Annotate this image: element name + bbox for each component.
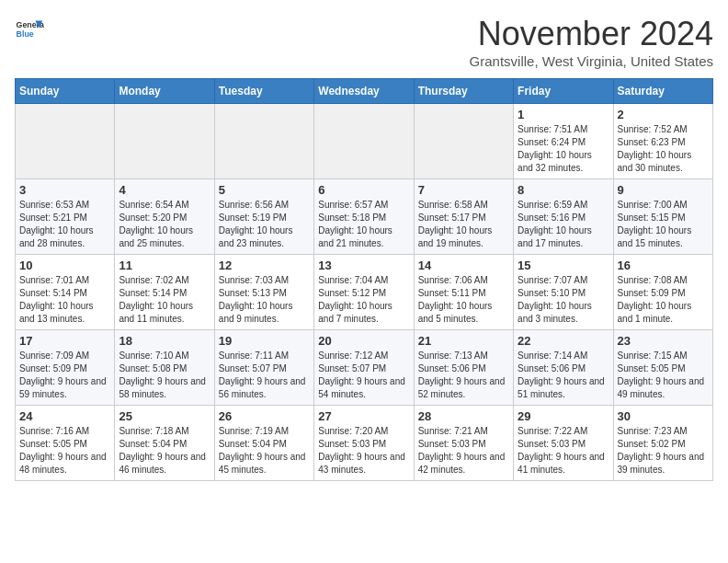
calendar-cell: 16Sunrise: 7:08 AM Sunset: 5:09 PM Dayli…	[613, 255, 712, 330]
calendar-cell	[314, 104, 414, 179]
day-number: 7	[418, 183, 509, 197]
day-number: 23	[618, 334, 709, 348]
day-number: 15	[518, 259, 609, 272]
calendar-cell: 20Sunrise: 7:12 AM Sunset: 5:07 PM Dayli…	[314, 330, 414, 406]
day-number: 8	[518, 183, 609, 197]
weekday-header: Sunday	[16, 79, 115, 104]
day-info: Sunrise: 7:10 AM Sunset: 5:08 PM Dayligh…	[119, 350, 210, 401]
calendar-cell: 15Sunrise: 7:07 AM Sunset: 5:10 PM Dayli…	[514, 255, 613, 330]
day-number: 4	[119, 183, 210, 197]
day-info: Sunrise: 7:19 AM Sunset: 5:04 PM Dayligh…	[219, 425, 310, 477]
calendar-cell: 17Sunrise: 7:09 AM Sunset: 5:09 PM Dayli…	[16, 330, 115, 406]
day-number: 3	[19, 183, 110, 197]
day-info: Sunrise: 7:15 AM Sunset: 5:05 PM Dayligh…	[618, 350, 709, 401]
logo-icon: General Blue	[15, 15, 44, 44]
weekday-header: Wednesday	[314, 79, 414, 104]
calendar-cell: 1Sunrise: 7:51 AM Sunset: 6:24 PM Daylig…	[514, 104, 613, 179]
svg-text:Blue: Blue	[17, 29, 34, 39]
calendar-cell: 11Sunrise: 7:02 AM Sunset: 5:14 PM Dayli…	[115, 255, 214, 330]
calendar-cell: 25Sunrise: 7:18 AM Sunset: 5:04 PM Dayli…	[115, 406, 214, 481]
calendar-cell	[214, 104, 313, 179]
day-info: Sunrise: 7:21 AM Sunset: 5:03 PM Dayligh…	[418, 425, 509, 477]
calendar-cell: 10Sunrise: 7:01 AM Sunset: 5:14 PM Dayli…	[16, 255, 115, 330]
calendar-cell: 21Sunrise: 7:13 AM Sunset: 5:06 PM Dayli…	[414, 330, 513, 406]
calendar-week-row: 24Sunrise: 7:16 AM Sunset: 5:05 PM Dayli…	[16, 406, 713, 481]
calendar-cell: 8Sunrise: 6:59 AM Sunset: 5:16 PM Daylig…	[514, 179, 613, 255]
day-info: Sunrise: 7:22 AM Sunset: 5:03 PM Dayligh…	[518, 425, 609, 477]
day-number: 11	[119, 259, 210, 272]
weekday-header: Thursday	[414, 79, 513, 104]
day-info: Sunrise: 7:18 AM Sunset: 5:04 PM Dayligh…	[119, 425, 210, 477]
day-info: Sunrise: 7:51 AM Sunset: 6:24 PM Dayligh…	[518, 123, 609, 175]
calendar-cell: 27Sunrise: 7:20 AM Sunset: 5:03 PM Dayli…	[314, 406, 414, 481]
calendar-week-row: 3Sunrise: 6:53 AM Sunset: 5:21 PM Daylig…	[16, 179, 713, 255]
day-number: 26	[219, 409, 310, 423]
calendar-week-row: 17Sunrise: 7:09 AM Sunset: 5:09 PM Dayli…	[16, 330, 713, 406]
day-number: 5	[219, 183, 310, 197]
day-info: Sunrise: 7:03 AM Sunset: 5:13 PM Dayligh…	[219, 274, 310, 326]
day-number: 27	[318, 409, 409, 423]
calendar-cell: 30Sunrise: 7:23 AM Sunset: 5:02 PM Dayli…	[613, 406, 712, 481]
calendar-cell: 7Sunrise: 6:58 AM Sunset: 5:17 PM Daylig…	[414, 179, 513, 255]
calendar-cell: 19Sunrise: 7:11 AM Sunset: 5:07 PM Dayli…	[214, 330, 313, 406]
logo: General Blue	[15, 15, 44, 44]
day-number: 24	[19, 409, 110, 423]
day-number: 20	[318, 334, 409, 348]
day-number: 29	[518, 409, 609, 423]
calendar-cell: 29Sunrise: 7:22 AM Sunset: 5:03 PM Dayli…	[514, 406, 613, 481]
calendar-cell: 5Sunrise: 6:56 AM Sunset: 5:19 PM Daylig…	[214, 179, 313, 255]
day-info: Sunrise: 7:09 AM Sunset: 5:09 PM Dayligh…	[19, 350, 110, 401]
calendar-week-row: 10Sunrise: 7:01 AM Sunset: 5:14 PM Dayli…	[16, 255, 713, 330]
weekday-header: Saturday	[613, 79, 712, 104]
calendar-cell: 22Sunrise: 7:14 AM Sunset: 5:06 PM Dayli…	[514, 330, 613, 406]
day-number: 10	[19, 259, 110, 272]
calendar-cell: 28Sunrise: 7:21 AM Sunset: 5:03 PM Dayli…	[414, 406, 513, 481]
day-info: Sunrise: 7:12 AM Sunset: 5:07 PM Dayligh…	[318, 350, 409, 401]
calendar-cell: 18Sunrise: 7:10 AM Sunset: 5:08 PM Dayli…	[115, 330, 214, 406]
calendar-cell: 12Sunrise: 7:03 AM Sunset: 5:13 PM Dayli…	[214, 255, 313, 330]
weekday-header: Monday	[115, 79, 214, 104]
day-number: 13	[318, 259, 409, 272]
calendar-cell	[414, 104, 513, 179]
day-number: 12	[219, 259, 310, 272]
day-info: Sunrise: 7:06 AM Sunset: 5:11 PM Dayligh…	[418, 274, 509, 326]
calendar-cell	[115, 104, 214, 179]
calendar-cell: 26Sunrise: 7:19 AM Sunset: 5:04 PM Dayli…	[214, 406, 313, 481]
day-info: Sunrise: 7:00 AM Sunset: 5:15 PM Dayligh…	[618, 199, 709, 250]
calendar-cell	[16, 104, 115, 179]
month-title: November 2024	[470, 15, 713, 53]
calendar-cell: 9Sunrise: 7:00 AM Sunset: 5:15 PM Daylig…	[613, 179, 712, 255]
day-number: 2	[618, 108, 709, 121]
day-info: Sunrise: 6:59 AM Sunset: 5:16 PM Dayligh…	[518, 199, 609, 250]
calendar-cell: 2Sunrise: 7:52 AM Sunset: 6:23 PM Daylig…	[613, 104, 712, 179]
day-info: Sunrise: 7:20 AM Sunset: 5:03 PM Dayligh…	[318, 425, 409, 477]
calendar-table: SundayMondayTuesdayWednesdayThursdayFrid…	[15, 78, 713, 481]
day-info: Sunrise: 7:07 AM Sunset: 5:10 PM Dayligh…	[518, 274, 609, 326]
calendar-cell: 24Sunrise: 7:16 AM Sunset: 5:05 PM Dayli…	[16, 406, 115, 481]
calendar-cell: 6Sunrise: 6:57 AM Sunset: 5:18 PM Daylig…	[314, 179, 414, 255]
day-info: Sunrise: 7:23 AM Sunset: 5:02 PM Dayligh…	[618, 425, 709, 477]
day-number: 16	[618, 259, 709, 272]
day-number: 22	[518, 334, 609, 348]
day-info: Sunrise: 7:11 AM Sunset: 5:07 PM Dayligh…	[219, 350, 310, 401]
day-info: Sunrise: 6:53 AM Sunset: 5:21 PM Dayligh…	[19, 199, 110, 250]
day-number: 14	[418, 259, 509, 272]
weekday-header: Tuesday	[214, 79, 313, 104]
day-number: 18	[119, 334, 210, 348]
day-info: Sunrise: 7:13 AM Sunset: 5:06 PM Dayligh…	[418, 350, 509, 401]
page-header: General Blue November 2024 Grantsville, …	[15, 15, 713, 69]
title-block: November 2024 Grantsville, West Virginia…	[470, 15, 713, 69]
day-number: 30	[618, 409, 709, 423]
day-info: Sunrise: 7:08 AM Sunset: 5:09 PM Dayligh…	[618, 274, 709, 326]
calendar-cell: 23Sunrise: 7:15 AM Sunset: 5:05 PM Dayli…	[613, 330, 712, 406]
location-title: Grantsville, West Virginia, United State…	[470, 53, 713, 69]
day-number: 17	[19, 334, 110, 348]
weekday-header-row: SundayMondayTuesdayWednesdayThursdayFrid…	[16, 79, 713, 104]
day-number: 1	[518, 108, 609, 121]
day-info: Sunrise: 7:01 AM Sunset: 5:14 PM Dayligh…	[19, 274, 110, 326]
day-number: 19	[219, 334, 310, 348]
day-info: Sunrise: 7:02 AM Sunset: 5:14 PM Dayligh…	[119, 274, 210, 326]
day-info: Sunrise: 6:57 AM Sunset: 5:18 PM Dayligh…	[318, 199, 409, 250]
calendar-cell: 13Sunrise: 7:04 AM Sunset: 5:12 PM Dayli…	[314, 255, 414, 330]
day-number: 9	[618, 183, 709, 197]
